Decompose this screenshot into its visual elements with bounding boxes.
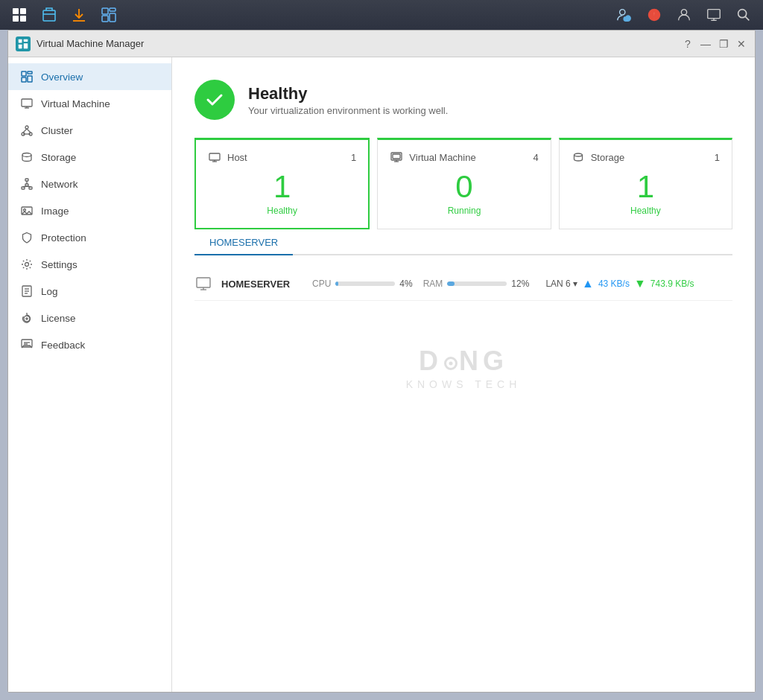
- watermark-line2: KNOWS TECH: [194, 378, 732, 390]
- vm-card-count: 4: [533, 152, 538, 163]
- svg-rect-26: [28, 76, 32, 82]
- sidebar-item-network[interactable]: Network: [8, 171, 171, 197]
- vm-card-icon: [390, 150, 403, 164]
- server-row: HOMESERVER CPU 4% RAM 12%: [194, 267, 732, 301]
- svg-rect-27: [22, 77, 26, 82]
- svg-line-44: [27, 186, 31, 187]
- lan-down-arrow: ▼: [634, 277, 646, 290]
- svg-rect-64: [393, 154, 400, 159]
- host-card-count: 1: [351, 152, 356, 163]
- taskbar-search-icon[interactable]: [730, 1, 757, 28]
- taskbar-download-icon[interactable]: [66, 1, 92, 28]
- svg-rect-24: [22, 71, 26, 76]
- sidebar-label-storage: Storage: [41, 152, 76, 163]
- svg-rect-20: [19, 39, 22, 42]
- host-card-title: Host: [227, 152, 247, 163]
- svg-line-35: [27, 129, 31, 133]
- svg-rect-38: [25, 179, 28, 181]
- watermark: DNG KNOWS TECH: [194, 346, 732, 390]
- lan-up-arrow: ▲: [582, 277, 594, 290]
- ram-value: 12%: [511, 279, 529, 289]
- taskbar-screen-icon[interactable]: [700, 1, 727, 28]
- sidebar-label-overview: Overview: [41, 71, 83, 83]
- sidebar-item-settings[interactable]: Settings: [8, 251, 171, 278]
- svg-rect-22: [24, 43, 28, 48]
- license-icon: [20, 311, 34, 325]
- feedback-icon: [20, 338, 34, 351]
- host-card-subtitle: Healthy: [208, 206, 356, 216]
- sidebar-item-feedback[interactable]: Feedback: [8, 331, 171, 358]
- svg-point-47: [25, 263, 29, 267]
- host-card[interactable]: Host 1 1 Healthy: [194, 138, 370, 229]
- sidebar-item-storage[interactable]: Storage: [8, 144, 171, 171]
- storage-card-number: 1: [572, 170, 720, 204]
- vm-card[interactable]: Virtual Machine 4 0 Running: [377, 138, 551, 229]
- taskbar-user-cloud-icon[interactable]: [611, 1, 638, 28]
- title-bar: Virtual Machine Manager ? — ❐ ✕: [8, 31, 755, 57]
- sidebar-item-virtual-machine[interactable]: Virtual Machine: [8, 90, 171, 117]
- svg-rect-41: [25, 184, 28, 186]
- cpu-stat: CPU 4%: [312, 279, 413, 289]
- storage-card-title-row: Storage: [572, 150, 625, 164]
- taskbar-notification-icon[interactable]: !: [641, 1, 668, 28]
- svg-point-46: [24, 209, 26, 211]
- host-card-number: 1: [208, 170, 356, 204]
- storage-card-header: Storage 1: [572, 150, 720, 164]
- sidebar-label-cluster: Cluster: [41, 125, 73, 136]
- sidebar-item-log[interactable]: Log: [8, 278, 171, 305]
- health-status-icon: [194, 80, 235, 120]
- sidebar-item-license[interactable]: License: [8, 305, 171, 331]
- svg-rect-39: [22, 187, 25, 189]
- ram-bar-fill: [447, 281, 455, 286]
- virtual-machine-icon: [20, 97, 34, 110]
- svg-rect-15: [708, 10, 721, 19]
- settings-icon: [20, 258, 34, 271]
- svg-rect-23: [19, 44, 22, 48]
- svg-point-37: [22, 153, 31, 157]
- host-card-header: Host 1: [208, 150, 356, 164]
- svg-rect-9: [110, 13, 115, 22]
- close-button[interactable]: ✕: [735, 38, 747, 50]
- taskbar-grid-icon[interactable]: [6, 1, 33, 28]
- maximize-button[interactable]: ❐: [718, 38, 729, 50]
- storage-card[interactable]: Storage 1 1 Healthy: [559, 138, 732, 229]
- taskbar-profile-icon[interactable]: [671, 1, 697, 28]
- watermark-line1: DNG: [194, 346, 732, 377]
- host-card-title-row: Host: [208, 150, 247, 164]
- storage-card-icon: [572, 150, 585, 164]
- tab-homeserver[interactable]: HOMESERVER: [194, 231, 293, 254]
- svg-point-18: [738, 10, 747, 18]
- taskbar-dashboard-icon[interactable]: [95, 1, 122, 28]
- app-window: Virtual Machine Manager ? — ❐ ✕ Overview…: [7, 30, 756, 693]
- help-button[interactable]: ?: [682, 38, 694, 50]
- app-icon: [16, 36, 31, 51]
- vm-card-title-row: Virtual Machine: [390, 150, 475, 164]
- svg-line-19: [745, 16, 749, 20]
- svg-rect-21: [24, 39, 28, 41]
- svg-point-11: [620, 10, 625, 15]
- vm-card-number: 0: [390, 170, 538, 204]
- svg-rect-0: [13, 8, 19, 14]
- window-controls: ? — ❐ ✕: [682, 38, 747, 50]
- taskbar-package-icon[interactable]: [36, 1, 63, 28]
- storage-card-subtitle: Healthy: [572, 206, 720, 216]
- svg-rect-10: [102, 16, 108, 22]
- cpu-bar-fill: [335, 281, 338, 286]
- host-card-icon: [208, 150, 221, 164]
- sidebar: Overview Virtual Machine Cluster Storage: [8, 57, 172, 692]
- svg-line-34: [23, 129, 27, 133]
- sidebar-item-overview[interactable]: Overview: [8, 63, 171, 90]
- svg-rect-58: [209, 153, 220, 160]
- status-title: Healthy: [248, 84, 448, 104]
- sidebar-item-cluster[interactable]: Cluster: [8, 117, 171, 144]
- sidebar-item-protection[interactable]: Protection: [8, 224, 171, 251]
- sidebar-item-image[interactable]: Image: [8, 197, 171, 224]
- sidebar-label-settings: Settings: [41, 259, 77, 270]
- cards-row: Host 1 1 Healthy Virtual Machin: [194, 138, 732, 229]
- minimize-button[interactable]: —: [700, 38, 712, 50]
- storage-card-title: Storage: [591, 152, 625, 163]
- main-layout: Overview Virtual Machine Cluster Storage: [8, 57, 755, 692]
- taskbar-right: !: [611, 1, 757, 28]
- server-monitor-icon: [194, 275, 212, 293]
- status-description: Your virtualization environment is worki…: [248, 105, 448, 116]
